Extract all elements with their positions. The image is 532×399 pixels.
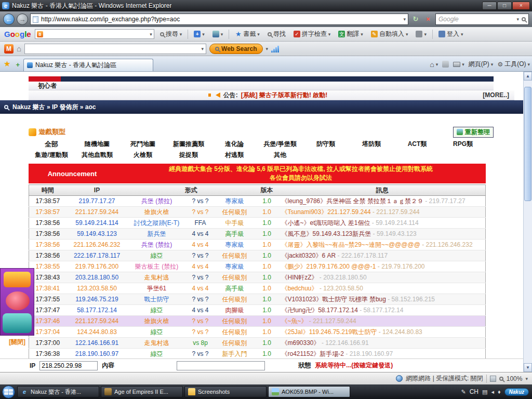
- signin-button[interactable]: 登入▾: [436, 29, 466, 39]
- language-indicator[interactable]: CH: [470, 388, 478, 395]
- web-search-button[interactable]: Web Search: [209, 44, 262, 54]
- scroll-down-arrow[interactable]: ▼: [524, 363, 532, 372]
- msn-logo-icon[interactable]: M: [4, 44, 14, 54]
- beginner-tab[interactable]: 初心者: [29, 82, 494, 90]
- zoom-grid-icon[interactable]: [490, 376, 496, 382]
- feeds-button[interactable]: [442, 61, 449, 68]
- cell-level: 高手級: [215, 283, 255, 294]
- ad-banner[interactable]: [0, 268, 34, 336]
- category-link[interactable]: 死鬥地圖: [120, 140, 166, 149]
- scroll-up-arrow[interactable]: ▲: [524, 72, 532, 81]
- print-button[interactable]: ▾: [453, 62, 464, 67]
- reload-button[interactable]: 重新整理: [453, 127, 494, 138]
- spellcheck-button[interactable]: ✓拼字檢查▾: [291, 29, 333, 39]
- favorites-star-icon[interactable]: ★: [2, 59, 12, 71]
- category-link[interactable]: 進化論: [211, 140, 257, 149]
- back-button[interactable]: ←: [3, 14, 15, 25]
- page-icon: [33, 16, 38, 23]
- web-search-dropdown-icon[interactable]: ▾: [266, 46, 269, 51]
- web-search-input[interactable]: ▾: [24, 44, 206, 54]
- category-link[interactable]: 新圖推薦類: [166, 140, 211, 149]
- toolbar-search-input[interactable]: 8 ▾: [35, 29, 154, 39]
- category-link[interactable]: 全部: [29, 140, 74, 149]
- taskbar-button[interactable]: Screenshots: [184, 386, 267, 397]
- category-link[interactable]: 隨機地圖: [74, 140, 120, 149]
- taskbar-button[interactable]: Age of Empires II E...: [101, 386, 183, 397]
- cell-ver: 1.0: [255, 196, 280, 207]
- taskbar-button[interactable]: eNakuz 樂古 - 香港...: [17, 386, 99, 397]
- category-link[interactable]: 村逃類: [211, 151, 257, 159]
- scrollbar-thumb[interactable]: [524, 87, 531, 201]
- browser-window: e Nakuz 樂古 - 香港人氣討論區 - Windows Internet …: [0, 0, 532, 399]
- page-menu[interactable]: 網頁(P)▾: [469, 60, 494, 69]
- autofill-button[interactable]: ✎自動填入▾: [369, 29, 410, 39]
- ip-input[interactable]: [39, 361, 98, 370]
- volume-tray-icon[interactable]: ♦: [498, 389, 501, 395]
- category-link[interactable]: RPG類: [440, 140, 486, 149]
- home-button[interactable]: ⌂▾: [430, 60, 438, 69]
- category-link[interactable]: 火槍類: [120, 151, 166, 159]
- category-link[interactable]: 其他血戰類: [74, 151, 120, 159]
- pen-tray-icon[interactable]: ✎: [461, 389, 466, 395]
- cell-msg: 《m690330》 - 122.146.166.91: [280, 338, 486, 349]
- close-button[interactable]: ×: [512, 2, 530, 10]
- category-link[interactable]: 防守類: [303, 140, 349, 149]
- nakuz-tray-logo[interactable]: Nakuz: [504, 388, 529, 396]
- category-link[interactable]: 捉捉類: [166, 151, 211, 159]
- find-button[interactable]: 尋找: [265, 29, 288, 39]
- category-link[interactable]: 集遊/運動類: [29, 151, 74, 159]
- toolbar-options-button[interactable]: ▾: [414, 30, 429, 38]
- search-dropdown-icon[interactable]: ▾: [516, 17, 519, 22]
- window-title: Nakuz 樂古 - 香港人氣討論區 - Windows Internet Ex…: [12, 2, 171, 10]
- more-link[interactable]: [MORE..]: [483, 91, 509, 99]
- cell-ip: 119.246.75.219: [66, 294, 128, 305]
- browser-search-input[interactable]: Google ▾: [435, 14, 529, 25]
- maximize-button[interactable]: □: [497, 2, 512, 10]
- content-input[interactable]: [177, 361, 265, 370]
- cell-ver: 1.0: [255, 316, 280, 327]
- category-link[interactable]: ACT類: [394, 140, 440, 149]
- translate-button[interactable]: 文翻譯▾: [336, 29, 365, 39]
- category-link[interactable]: 兵堡/爭堡類: [257, 140, 303, 149]
- keyboard-tray-icon[interactable]: ▤: [482, 389, 487, 395]
- start-button[interactable]: [2, 385, 15, 398]
- ip-row: 17:38:43203.218.180.50走鬼村逃? vs ?任何級別1.0《…: [29, 272, 486, 283]
- forward-button[interactable]: →: [17, 14, 28, 25]
- cell-time: 17:38:57: [29, 207, 66, 218]
- ad-close-link[interactable]: [關閉]: [0, 338, 34, 347]
- category-link[interactable]: 其他: [257, 151, 303, 159]
- home-icon: ⌂: [430, 60, 434, 69]
- tools-menu[interactable]: ⚙工具(O)▾: [497, 60, 530, 69]
- category-row-1: 全部隨機地圖死鬥地圖新圖推薦類進化論兵堡/爭堡類防守類塔防類ACT類RPG類: [29, 140, 486, 149]
- address-input[interactable]: http://www.nakuz.com/ip_exchange.php?typ…: [30, 14, 408, 25]
- refresh-icon[interactable]: ↻: [410, 14, 421, 24]
- hidden-icons-arrow[interactable]: ◂: [491, 389, 494, 395]
- tab-nakuz[interactable]: Nakuz 樂古 - 香港人氣討論區: [23, 59, 153, 71]
- add-favorite-icon[interactable]: +: [14, 61, 21, 71]
- bookmarks-button[interactable]: ★書籤▾: [233, 29, 262, 39]
- ad-graphic: [6, 291, 30, 310]
- toolbar-search-dropdown-icon[interactable]: ▾: [150, 32, 152, 37]
- cell-msg: 《小遙~》et識玩唔啱入 差1個位 - 59.149.214.114: [280, 218, 486, 229]
- zoom-icon[interactable]: [499, 377, 503, 381]
- scrollbar-track[interactable]: [524, 81, 532, 363]
- stop-icon[interactable]: ×: [423, 14, 433, 24]
- home-icon[interactable]: ⌂: [17, 44, 21, 53]
- add-gadget-button[interactable]: +▾: [192, 30, 207, 38]
- taskbar-button[interactable]: AOK059.BMP - Wi...: [268, 386, 350, 397]
- col-ip: IP: [66, 185, 128, 196]
- ip-row: 17:38:5659.149.214.114討伐之蹤跡(E-T)FFA中手級1.…: [29, 218, 486, 229]
- search-icon[interactable]: [522, 17, 526, 21]
- minimize-button[interactable]: ─: [482, 2, 497, 10]
- url-dropdown-icon[interactable]: ▾: [403, 17, 406, 22]
- zoom-dropdown-icon[interactable]: ▾: [525, 376, 528, 381]
- toolbar-search-button[interactable]: 搜尋▾: [158, 29, 184, 39]
- combo-dropdown-icon[interactable]: ▾: [202, 46, 204, 51]
- notice-link[interactable]: [系統] 樂古子版革新行動! 啟動!: [241, 91, 328, 100]
- ip-table-body: 17:38:57219.77.17.27兵堡 (禁拉)? vs ?專家級1.0《…: [29, 196, 486, 360]
- reload-icon: [457, 129, 463, 135]
- zoom-level[interactable]: 100%: [507, 375, 523, 382]
- cell-type: 討伐之蹤跡(E-T): [128, 218, 186, 229]
- photos-button[interactable]: ▾: [210, 30, 225, 38]
- category-link[interactable]: 塔防類: [349, 140, 394, 149]
